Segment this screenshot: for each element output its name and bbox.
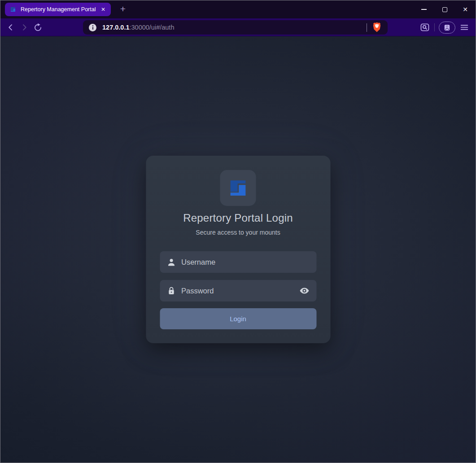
username-field-container (160, 251, 316, 273)
menu-button[interactable] (459, 22, 469, 32)
tab-bar: Repertory Management Portal ✕ + ✕ (0, 0, 476, 18)
repertory-logo-icon (226, 176, 250, 200)
person-icon (166, 258, 176, 267)
minimize-button[interactable] (414, 0, 434, 18)
close-icon: ✕ (463, 6, 468, 13)
reload-button[interactable] (31, 21, 44, 34)
tab-title: Repertory Management Portal (21, 6, 96, 13)
app-logo (220, 170, 256, 206)
password-field-container (160, 280, 316, 301)
username-input[interactable] (181, 258, 310, 266)
profile-button[interactable] (439, 22, 455, 34)
tab-close-icon[interactable]: ✕ (100, 6, 106, 13)
site-info-icon[interactable] (89, 24, 96, 31)
address-bar[interactable]: 127.0.0.1:30000/ui#/auth (83, 20, 388, 35)
maximize-button[interactable] (434, 0, 455, 18)
close-button[interactable]: ✕ (455, 0, 476, 18)
browser-tab[interactable]: Repertory Management Portal ✕ (5, 3, 111, 16)
eye-icon (299, 285, 310, 296)
password-input[interactable] (181, 287, 293, 295)
browser-toolbar: 127.0.0.1:30000/ui#/auth (0, 18, 476, 36)
menu-icon (459, 22, 469, 32)
url-path: :30000/ui#/auth (129, 24, 174, 31)
brave-shield-icon[interactable] (372, 22, 382, 33)
new-tab-button[interactable]: + (117, 4, 129, 15)
maximize-icon (442, 7, 447, 12)
reload-icon (33, 23, 43, 32)
browser-window: Repertory Management Portal ✕ + ✕ (0, 0, 476, 463)
sidebar-search-button[interactable] (419, 22, 430, 33)
url-text: 127.0.0.1:30000/ui#/auth (102, 24, 174, 31)
page-background: Repertory Portal Login Secure access to … (0, 36, 476, 463)
window-controls: ✕ (414, 0, 476, 18)
address-bar-divider (367, 23, 367, 32)
repertory-favicon-icon (9, 6, 17, 13)
forward-button[interactable] (17, 21, 31, 34)
page-subtitle: Secure access to your mounts (160, 229, 316, 236)
login-card: Repertory Portal Login Secure access to … (146, 156, 330, 343)
back-icon (6, 23, 15, 32)
profile-icon (443, 24, 451, 31)
back-button[interactable] (4, 21, 17, 34)
sidebar-search-icon (419, 22, 430, 33)
toggle-password-visibility-button[interactable] (299, 285, 310, 296)
lock-icon (166, 286, 176, 296)
url-host: 127.0.0.1 (102, 24, 129, 31)
forward-icon (20, 23, 29, 32)
toolbar-right-icons (419, 22, 472, 34)
toolbar-divider (434, 23, 435, 31)
login-button[interactable]: Login (160, 308, 316, 329)
page-title: Repertory Portal Login (160, 212, 316, 224)
minimize-icon (421, 9, 427, 10)
